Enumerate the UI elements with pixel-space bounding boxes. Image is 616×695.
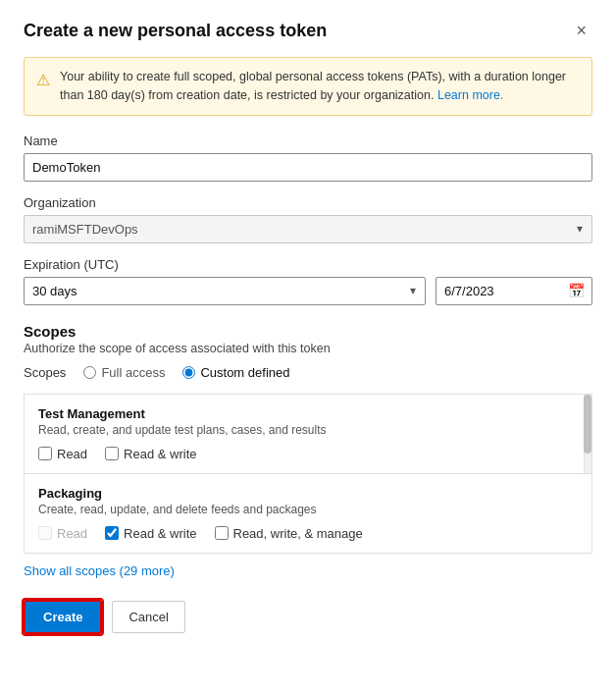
scopes-row: Scopes Full access Custom defined xyxy=(24,365,592,380)
cancel-button[interactable]: Cancel xyxy=(112,601,184,633)
test-management-name: Test Management xyxy=(38,406,578,421)
expiration-fields: 30 days 60 days 90 days Custom defined ▾… xyxy=(24,277,592,305)
warning-icon: ⚠ xyxy=(36,69,50,92)
org-field-group: Organization ramiMSFTDevOps ▾ xyxy=(24,195,592,243)
org-select-wrapper: ramiMSFTDevOps ▾ xyxy=(24,215,592,243)
test-mgmt-read-label[interactable]: Read xyxy=(38,447,87,461)
expiration-label: Expiration (UTC) xyxy=(24,257,592,272)
scopes-desc: Authorize the scope of access associated… xyxy=(24,342,592,355)
scopes-section: Scopes Authorize the scope of access ass… xyxy=(24,323,592,380)
scopes-field-label: Scopes xyxy=(24,365,66,380)
packaging-section: Packaging Create, read, update, and dele… xyxy=(24,474,592,554)
scope-sections-wrapper: Test Management Read, create, and update… xyxy=(24,394,592,554)
scrollbar[interactable] xyxy=(584,395,591,473)
packaging-checkboxes: Read Read & write Read, write, & manage xyxy=(38,526,578,541)
create-token-dialog: Create a new personal access token × ⚠ Y… xyxy=(0,0,616,695)
scopes-title: Scopes xyxy=(24,323,592,340)
name-field-group: Name xyxy=(24,134,592,195)
expiration-field-group: Expiration (UTC) 30 days 60 days 90 days… xyxy=(24,257,592,305)
test-mgmt-read-checkbox[interactable] xyxy=(38,447,52,460)
show-scopes-link[interactable]: Show all scopes (29 more) xyxy=(24,563,175,578)
packaging-manage-label[interactable]: Read, write, & manage xyxy=(215,526,363,541)
full-access-radio[interactable] xyxy=(83,366,96,379)
expiration-select-wrapper: 30 days 60 days 90 days Custom defined ▾ xyxy=(24,277,426,305)
test-management-section: Test Management Read, create, and update… xyxy=(24,394,592,474)
dialog-title: Create a new personal access token xyxy=(24,21,327,41)
name-input[interactable] xyxy=(24,153,592,182)
name-label: Name xyxy=(24,134,592,148)
warning-banner: ⚠ Your ability to create full scoped, gl… xyxy=(24,57,592,116)
custom-defined-radio[interactable] xyxy=(182,366,195,379)
dialog-header: Create a new personal access token × xyxy=(24,20,592,41)
packaging-desc: Create, read, update, and delete feeds a… xyxy=(38,503,578,516)
packaging-read-label: Read xyxy=(38,526,87,541)
date-input[interactable] xyxy=(436,277,592,305)
test-management-checkboxes: Read Read & write xyxy=(38,447,578,461)
org-select[interactable]: ramiMSFTDevOps xyxy=(24,215,592,243)
packaging-manage-checkbox[interactable] xyxy=(215,526,229,540)
expiration-select[interactable]: 30 days 60 days 90 days Custom defined xyxy=(24,277,426,305)
learn-more-link[interactable]: Learn more. xyxy=(437,88,503,102)
packaging-name: Packaging xyxy=(38,486,578,501)
custom-defined-radio-label[interactable]: Custom defined xyxy=(182,365,289,380)
test-mgmt-readwrite-checkbox[interactable] xyxy=(105,447,119,460)
test-mgmt-readwrite-label[interactable]: Read & write xyxy=(105,447,196,461)
test-management-desc: Read, create, and update test plans, cas… xyxy=(38,423,578,437)
org-label: Organization xyxy=(24,195,592,210)
packaging-readwrite-checkbox[interactable] xyxy=(105,526,119,540)
create-button[interactable]: Create xyxy=(24,600,102,634)
packaging-read-checkbox xyxy=(38,526,52,540)
warning-text: Your ability to create full scoped, glob… xyxy=(60,68,580,105)
date-input-wrapper: 📅 xyxy=(436,277,592,305)
full-access-radio-label[interactable]: Full access xyxy=(83,365,165,380)
close-button[interactable]: × xyxy=(570,20,592,41)
scrollbar-thumb xyxy=(584,395,591,454)
footer: Create Cancel xyxy=(24,600,592,634)
packaging-readwrite-label[interactable]: Read & write xyxy=(105,526,196,541)
